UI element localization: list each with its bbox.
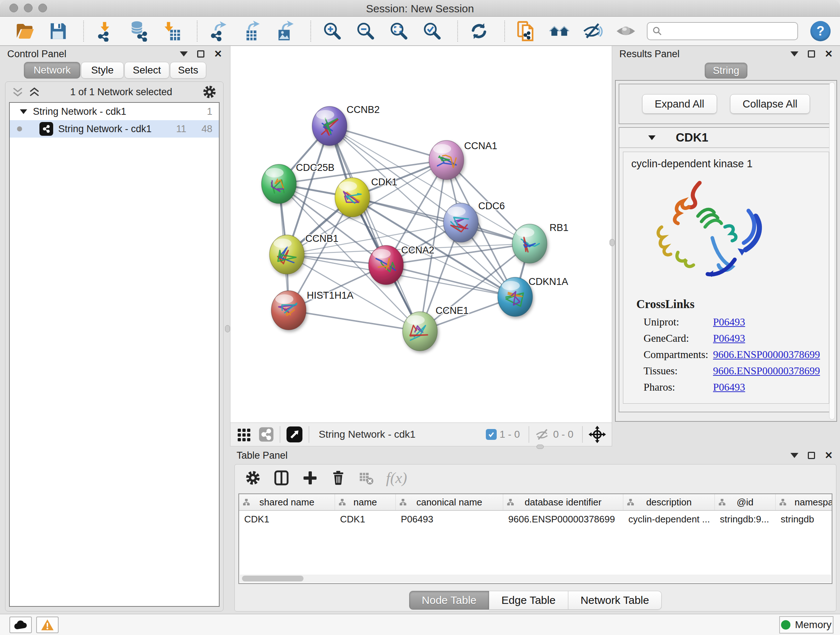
network-node-CDKN1A[interactable] (498, 277, 532, 317)
network-row-selected[interactable]: String Network - cdk1 11 48 (10, 120, 219, 138)
function-builder-icon: f(x) (386, 469, 407, 486)
help-button[interactable]: ? (810, 21, 831, 41)
network-edge[interactable] (330, 126, 447, 160)
close-panel-icon[interactable]: ✕ (824, 451, 833, 461)
tab-select[interactable]: Select (125, 62, 169, 79)
crosslink-link[interactable]: 9606.ENSP00000378699 (713, 365, 820, 377)
selected-items-checkbox-icon[interactable] (486, 429, 497, 440)
import-network-database-button[interactable] (126, 19, 150, 43)
gene-section-header[interactable]: CDK1 (619, 128, 833, 148)
home-button[interactable] (547, 19, 572, 43)
column-header[interactable]: name (335, 494, 396, 510)
export-table-button[interactable] (240, 19, 264, 43)
add-column-icon[interactable] (302, 470, 318, 486)
network-share-view-icon[interactable] (259, 427, 274, 442)
zoom-fit-button[interactable] (386, 19, 411, 43)
float-panel-icon[interactable] (808, 452, 815, 459)
node-table[interactable]: shared name name canonical name database… (238, 494, 832, 584)
network-collection-row[interactable]: String Network - cdk1 1 (10, 103, 219, 120)
export-network-button[interactable] (206, 19, 231, 43)
gray-eye-icon (615, 21, 636, 42)
string-network-graph[interactable]: CCNB2CCNA1CDC25BCDK1CDC6RB1CCNB1CCNA2CDK… (231, 46, 613, 423)
collapse-all-button[interactable]: Collapse All (730, 94, 810, 114)
warnings-button[interactable] (36, 616, 58, 633)
network-node-CCNE1[interactable] (403, 312, 437, 351)
grid-view-icon[interactable] (236, 426, 252, 442)
collapse-all-icon[interactable] (12, 87, 24, 97)
title-bar: Session: New Session (0, 0, 840, 17)
network-node-CCNA1[interactable] (429, 141, 464, 180)
import-network-file-button[interactable] (93, 19, 117, 43)
column-header[interactable]: database identifier (503, 494, 623, 510)
network-edge[interactable] (289, 310, 420, 331)
column-header[interactable]: namespace (775, 494, 832, 510)
column-header[interactable]: canonical name (396, 494, 503, 510)
network-node-CCNA2[interactable] (369, 245, 403, 285)
panel-menu-icon[interactable] (790, 453, 798, 458)
tab-string[interactable]: String (705, 63, 747, 79)
zoom-selected-button[interactable] (420, 19, 444, 43)
export-network-icon (208, 21, 229, 42)
network-node-CDC25B[interactable] (262, 165, 296, 203)
search-field[interactable] (647, 22, 798, 40)
import-table-button[interactable] (159, 19, 184, 43)
open-view-in-window-icon[interactable] (286, 426, 303, 443)
tab-network-table[interactable]: Network Table (568, 591, 662, 610)
expand-all-button[interactable]: Expand All (642, 94, 717, 114)
show-graphics-details-button[interactable] (614, 19, 638, 43)
table-row[interactable]: CDK1 CDK1 P06493 9606.ENSP00000378699 cy… (239, 511, 832, 527)
crosslink-row: GeneCard: P06493 (644, 330, 829, 347)
panel-menu-icon[interactable] (790, 51, 798, 57)
table-options-gear-icon[interactable] (245, 470, 261, 486)
column-header[interactable]: shared name (239, 494, 335, 510)
left-splitter-handle[interactable] (225, 325, 230, 333)
tab-style[interactable]: Style (81, 62, 124, 79)
tab-sets[interactable]: Sets (170, 62, 206, 79)
float-panel-icon[interactable] (808, 50, 815, 57)
column-header[interactable]: @id (715, 494, 775, 510)
close-panel-icon[interactable]: ✕ (214, 49, 222, 59)
show-columns-icon[interactable] (273, 470, 290, 486)
open-session-button[interactable] (12, 19, 37, 43)
column-header[interactable]: description (623, 494, 715, 510)
network-node-CDK1[interactable] (335, 178, 370, 217)
export-image-button[interactable] (273, 19, 297, 43)
tab-network[interactable]: Network (24, 62, 80, 79)
crosslink-link[interactable]: P06493 (713, 316, 745, 328)
network-node-CDC6[interactable] (444, 203, 478, 242)
search-input[interactable] (666, 25, 793, 36)
refresh-view-button[interactable] (467, 19, 491, 43)
network-node-CCNB2[interactable] (312, 106, 347, 146)
collection-expander-icon[interactable] (20, 109, 27, 114)
network-options-gear-icon[interactable] (202, 85, 217, 99)
network-node-HIST1H1A[interactable] (271, 291, 306, 330)
zoom-in-button[interactable] (320, 19, 344, 43)
hide-graphics-details-button[interactable] (580, 19, 605, 43)
network-canvas[interactable]: CCNB2CCNA1CDC25BCDK1CDC6RB1CCNB1CCNA2CDK… (230, 46, 612, 423)
delete-column-trash-icon[interactable] (330, 470, 346, 486)
crosslink-link[interactable]: P06493 (713, 333, 745, 344)
expand-all-icon[interactable] (28, 87, 40, 97)
zoom-out-button[interactable] (353, 19, 378, 43)
crosslink-link[interactable]: P06493 (713, 381, 745, 393)
tab-node-table[interactable]: Node Table (409, 591, 489, 610)
table-horizontal-scrollbar[interactable] (240, 575, 831, 583)
section-expander-icon[interactable] (648, 135, 655, 140)
crosslink-row: Uniprot: P06493 (644, 314, 829, 330)
scrollbar-thumb[interactable] (242, 576, 303, 581)
results-scrollbar[interactable] (829, 82, 835, 420)
cloud-tasks-button[interactable] (9, 616, 32, 633)
tab-edge-table[interactable]: Edge Table (489, 591, 568, 610)
memory-status-dot (781, 620, 790, 630)
panel-menu-icon[interactable] (180, 51, 188, 57)
crosslink-link[interactable]: 9606.ENSP00000378699 (713, 348, 820, 361)
memory-button[interactable]: Memory (779, 616, 834, 633)
network-node-CCNB1[interactable] (270, 235, 304, 274)
network-node-RB1[interactable] (512, 224, 547, 263)
save-session-button[interactable] (46, 19, 70, 43)
close-panel-icon[interactable]: ✕ (824, 49, 833, 59)
open-session-file-button[interactable] (514, 19, 538, 43)
float-panel-icon[interactable] (197, 50, 204, 57)
open-folder-icon (14, 21, 35, 42)
birds-eye-navigator-icon[interactable] (589, 426, 606, 443)
